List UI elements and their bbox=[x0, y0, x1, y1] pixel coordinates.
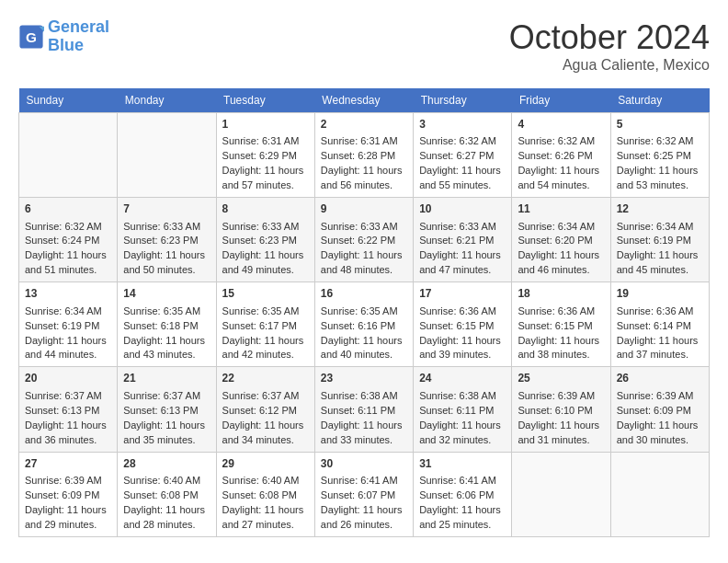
cell-detail: Daylight: 11 hours and 29 minutes. bbox=[25, 503, 111, 533]
calendar-cell bbox=[19, 113, 118, 198]
cell-detail: Sunrise: 6:34 AM bbox=[25, 304, 111, 319]
cell-detail: Sunset: 6:13 PM bbox=[123, 404, 210, 419]
day-number: 12 bbox=[617, 201, 703, 217]
cell-detail: Sunrise: 6:37 AM bbox=[222, 389, 309, 404]
cell-detail: Sunset: 6:08 PM bbox=[123, 488, 210, 503]
cell-detail: Daylight: 11 hours and 31 minutes. bbox=[518, 419, 604, 448]
cell-detail: Daylight: 11 hours and 32 minutes. bbox=[419, 419, 506, 448]
cell-detail: Sunrise: 6:38 AM bbox=[419, 389, 506, 404]
day-number: 25 bbox=[518, 371, 604, 386]
calendar-cell: 28Sunrise: 6:40 AMSunset: 6:08 PMDayligh… bbox=[118, 452, 216, 536]
cell-detail: Daylight: 11 hours and 50 minutes. bbox=[123, 248, 210, 278]
day-number: 14 bbox=[123, 286, 210, 302]
cell-detail: Sunrise: 6:34 AM bbox=[518, 220, 604, 235]
calendar-cell: 31Sunrise: 6:41 AMSunset: 6:06 PMDayligh… bbox=[414, 452, 512, 536]
calendar-cell: 10Sunrise: 6:33 AMSunset: 6:21 PMDayligh… bbox=[414, 198, 512, 282]
cell-detail: Sunset: 6:27 PM bbox=[419, 149, 506, 164]
cell-detail: Sunset: 6:21 PM bbox=[419, 234, 506, 248]
cell-detail: Daylight: 11 hours and 34 minutes. bbox=[222, 419, 309, 448]
page-header: G General Blue October 2024 Agua Calient… bbox=[18, 18, 710, 74]
cell-detail: Daylight: 11 hours and 26 minutes. bbox=[321, 503, 407, 533]
cell-detail: Sunset: 6:28 PM bbox=[321, 149, 407, 164]
cell-detail: Daylight: 11 hours and 42 minutes. bbox=[222, 334, 309, 363]
cell-detail: Sunset: 6:19 PM bbox=[25, 319, 111, 334]
logo-icon: G bbox=[18, 24, 44, 50]
calendar-cell: 5Sunrise: 6:32 AMSunset: 6:25 PMDaylight… bbox=[610, 113, 709, 198]
day-number: 11 bbox=[518, 201, 604, 217]
cell-detail: Sunrise: 6:41 AM bbox=[321, 474, 407, 488]
day-number: 18 bbox=[518, 286, 604, 302]
calendar-cell: 11Sunrise: 6:34 AMSunset: 6:20 PMDayligh… bbox=[512, 198, 610, 282]
calendar-cell: 22Sunrise: 6:37 AMSunset: 6:12 PMDayligh… bbox=[216, 367, 314, 452]
cell-detail: Daylight: 11 hours and 55 minutes. bbox=[419, 164, 506, 193]
calendar-table: SundayMondayTuesdayWednesdayThursdayFrid… bbox=[18, 88, 710, 537]
cell-detail: Sunrise: 6:39 AM bbox=[25, 474, 111, 488]
calendar-cell: 21Sunrise: 6:37 AMSunset: 6:13 PMDayligh… bbox=[118, 367, 216, 452]
calendar-cell bbox=[118, 113, 216, 198]
cell-detail: Sunrise: 6:36 AM bbox=[419, 304, 506, 319]
cell-detail: Sunset: 6:13 PM bbox=[25, 404, 111, 419]
cell-detail: Sunrise: 6:35 AM bbox=[123, 304, 210, 319]
cell-detail: Sunset: 6:09 PM bbox=[617, 404, 703, 419]
day-number: 26 bbox=[617, 371, 703, 386]
cell-detail: Sunset: 6:12 PM bbox=[222, 404, 309, 419]
cell-detail: Sunrise: 6:39 AM bbox=[617, 389, 703, 404]
day-number: 10 bbox=[419, 201, 506, 217]
svg-text:G: G bbox=[26, 29, 37, 44]
calendar-cell: 24Sunrise: 6:38 AMSunset: 6:11 PMDayligh… bbox=[414, 367, 512, 452]
month-title: October 2024 bbox=[509, 18, 710, 57]
calendar-cell bbox=[512, 452, 610, 536]
logo: G General Blue bbox=[18, 18, 109, 55]
day-number: 23 bbox=[321, 371, 407, 386]
cell-detail: Sunset: 6:17 PM bbox=[222, 319, 309, 334]
calendar-cell: 30Sunrise: 6:41 AMSunset: 6:07 PMDayligh… bbox=[314, 452, 413, 536]
calendar-cell: 15Sunrise: 6:35 AMSunset: 6:17 PMDayligh… bbox=[216, 282, 314, 367]
day-number: 22 bbox=[222, 371, 309, 386]
day-number: 31 bbox=[419, 456, 506, 472]
calendar-cell: 4Sunrise: 6:32 AMSunset: 6:26 PMDaylight… bbox=[512, 113, 610, 198]
calendar-cell: 20Sunrise: 6:37 AMSunset: 6:13 PMDayligh… bbox=[19, 367, 118, 452]
cell-detail: Sunset: 6:10 PM bbox=[518, 404, 604, 419]
cell-detail: Daylight: 11 hours and 35 minutes. bbox=[123, 419, 210, 448]
cell-detail: Sunset: 6:20 PM bbox=[518, 234, 604, 248]
calendar-cell: 29Sunrise: 6:40 AMSunset: 6:08 PMDayligh… bbox=[216, 452, 314, 536]
calendar-cell: 3Sunrise: 6:32 AMSunset: 6:27 PMDaylight… bbox=[414, 113, 512, 198]
cell-detail: Sunset: 6:09 PM bbox=[25, 488, 111, 503]
day-number: 4 bbox=[518, 117, 604, 132]
calendar-cell: 7Sunrise: 6:33 AMSunset: 6:23 PMDaylight… bbox=[118, 198, 216, 282]
day-number: 24 bbox=[419, 371, 506, 386]
day-number: 7 bbox=[123, 201, 210, 217]
weekday-header: Thursday bbox=[414, 88, 512, 113]
cell-detail: Sunrise: 6:34 AM bbox=[617, 220, 703, 235]
weekday-header: Tuesday bbox=[216, 88, 314, 113]
cell-detail: Sunset: 6:18 PM bbox=[123, 319, 210, 334]
cell-detail: Daylight: 11 hours and 25 minutes. bbox=[419, 503, 506, 533]
cell-detail: Sunrise: 6:36 AM bbox=[617, 304, 703, 319]
cell-detail: Sunrise: 6:40 AM bbox=[222, 474, 309, 488]
weekday-header: Wednesday bbox=[314, 88, 413, 113]
cell-detail: Sunset: 6:14 PM bbox=[617, 319, 703, 334]
calendar-cell: 25Sunrise: 6:39 AMSunset: 6:10 PMDayligh… bbox=[512, 367, 610, 452]
day-number: 13 bbox=[25, 286, 111, 302]
calendar-cell: 23Sunrise: 6:38 AMSunset: 6:11 PMDayligh… bbox=[314, 367, 413, 452]
day-number: 27 bbox=[25, 456, 111, 472]
cell-detail: Sunset: 6:26 PM bbox=[518, 149, 604, 164]
cell-detail: Sunset: 6:15 PM bbox=[518, 319, 604, 334]
weekday-header: Saturday bbox=[610, 88, 709, 113]
cell-detail: Sunrise: 6:32 AM bbox=[617, 134, 703, 149]
day-number: 1 bbox=[222, 117, 309, 132]
day-number: 17 bbox=[419, 286, 506, 302]
calendar-cell: 19Sunrise: 6:36 AMSunset: 6:14 PMDayligh… bbox=[610, 282, 709, 367]
cell-detail: Sunset: 6:29 PM bbox=[222, 149, 309, 164]
cell-detail: Sunset: 6:11 PM bbox=[321, 404, 407, 419]
calendar-cell: 8Sunrise: 6:33 AMSunset: 6:23 PMDaylight… bbox=[216, 198, 314, 282]
cell-detail: Sunset: 6:25 PM bbox=[617, 149, 703, 164]
calendar-cell: 2Sunrise: 6:31 AMSunset: 6:28 PMDaylight… bbox=[314, 113, 413, 198]
weekday-header: Friday bbox=[512, 88, 610, 113]
logo-text: General Blue bbox=[48, 18, 109, 55]
cell-detail: Daylight: 11 hours and 37 minutes. bbox=[617, 334, 703, 363]
calendar-cell bbox=[610, 452, 709, 536]
calendar-cell: 6Sunrise: 6:32 AMSunset: 6:24 PMDaylight… bbox=[19, 198, 118, 282]
cell-detail: Sunrise: 6:32 AM bbox=[518, 134, 604, 149]
cell-detail: Sunrise: 6:31 AM bbox=[222, 134, 309, 149]
